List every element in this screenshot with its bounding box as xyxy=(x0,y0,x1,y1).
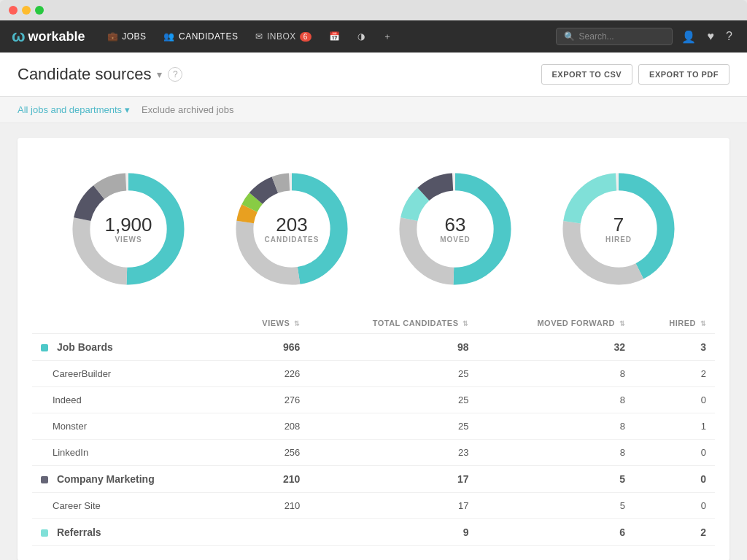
col-header-moved[interactable]: MOVED FORWARD ⇅ xyxy=(478,313,634,334)
sub-views: 276 xyxy=(227,387,309,413)
category-views: 210 xyxy=(227,466,309,493)
heart-icon[interactable]: ♥ xyxy=(705,27,718,46)
table-category-row: Referrals 9 6 2 xyxy=(32,519,715,546)
header-buttons: EXPORT TO CSV EXPORT TO PDF xyxy=(541,64,729,85)
category-hired: 0 xyxy=(634,466,715,493)
logo: ω workable xyxy=(12,27,85,46)
table-category-row: Company Marketing 210 17 5 0 xyxy=(32,466,715,493)
page-header: Candidate sources ▾ ? EXPORT TO CSV EXPO… xyxy=(0,52,747,97)
sub-candidates: 23 xyxy=(309,440,477,466)
help-icon[interactable]: ? xyxy=(723,27,735,46)
sub-hired: 1 xyxy=(634,413,715,440)
sub-candidates: 25 xyxy=(309,413,477,440)
nav-items: 💼 JOBS 👥 CANDIDATES ✉ INBOX 6 📅 ◑ ＋ xyxy=(100,26,556,47)
archive-filter[interactable]: Exclude archived jobs xyxy=(142,104,233,115)
candidates-label: 203 CANDIDATES xyxy=(265,214,320,244)
category-moved: 32 xyxy=(478,334,634,361)
col-header-hired[interactable]: HIRED ⇅ xyxy=(634,313,715,334)
search-placeholder: Search... xyxy=(579,31,614,42)
sub-hired: 2 xyxy=(634,361,715,387)
candidates-number: 203 xyxy=(265,214,320,236)
hired-sort-icon: ⇅ xyxy=(700,320,707,327)
envelope-icon: ✉ xyxy=(255,31,263,42)
sub-views: 226 xyxy=(227,361,309,387)
logo-text: workable xyxy=(28,29,85,44)
hired-text: HIRED xyxy=(605,236,632,244)
page-title: Candidate sources xyxy=(18,65,151,84)
charts-card: 1,900 VIEWS xyxy=(18,138,729,560)
moved-donut: 63 MOVED xyxy=(393,167,517,291)
sub-name: Career Site xyxy=(32,493,227,519)
page-help-icon[interactable]: ? xyxy=(168,67,182,82)
hired-label: 7 HIRED xyxy=(605,214,632,244)
sub-name: CareerBuilder xyxy=(32,361,227,387)
moved-sort-icon: ⇅ xyxy=(619,320,626,327)
moved-label: 63 MOVED xyxy=(440,214,471,244)
export-csv-button[interactable]: EXPORT TO CSV xyxy=(541,64,633,85)
nav-item-reports[interactable]: ◑ xyxy=(350,27,373,46)
sub-views: 208 xyxy=(227,413,309,440)
sub-moved: 8 xyxy=(478,387,634,413)
col-header-candidates[interactable]: TOTAL CANDIDATES ⇅ xyxy=(309,313,477,334)
jobs-filter-label: All jobs and departments xyxy=(18,104,122,115)
close-button[interactable] xyxy=(9,6,18,15)
search-icon: 🔍 xyxy=(564,31,575,42)
table-row: Monster 208 25 8 1 xyxy=(32,413,715,440)
moved-text: MOVED xyxy=(440,236,471,244)
table-row: CareerBuilder 226 25 8 2 xyxy=(32,361,715,387)
category-hired: 3 xyxy=(634,334,715,361)
col-header-views[interactable]: VIEWS ⇅ xyxy=(227,313,309,334)
category-dot xyxy=(41,476,48,483)
nav-label-jobs: JOBS xyxy=(122,31,146,42)
briefcase-icon: 💼 xyxy=(107,31,119,42)
table-row: LinkedIn 256 23 8 0 xyxy=(32,440,715,466)
page-title-area: Candidate sources ▾ ? xyxy=(18,65,182,84)
hired-donut: 7 HIRED xyxy=(557,167,681,291)
nav-item-candidates[interactable]: 👥 CANDIDATES xyxy=(156,27,245,46)
search-box[interactable]: 🔍 Search... xyxy=(556,28,673,45)
minimize-button[interactable] xyxy=(22,6,31,15)
table-row: Indeed 276 25 8 0 xyxy=(32,387,715,413)
hired-number: 7 xyxy=(605,214,632,236)
maximize-button[interactable] xyxy=(35,6,44,15)
nav-item-jobs[interactable]: 💼 JOBS xyxy=(100,27,154,46)
moved-chart: 63 MOVED xyxy=(393,167,517,291)
table-row: Career Site 210 17 5 0 xyxy=(32,493,715,519)
candidates-chart: 203 CANDIDATES xyxy=(230,167,354,291)
moved-number: 63 xyxy=(440,214,471,236)
views-text: VIEWS xyxy=(104,236,152,244)
table-category-row: Job Boards 966 98 32 3 xyxy=(32,334,715,361)
nav-item-add[interactable]: ＋ xyxy=(376,26,400,47)
profile-icon[interactable]: 👤 xyxy=(678,27,699,47)
sub-name: Indeed xyxy=(32,387,227,413)
plus-icon: ＋ xyxy=(383,31,392,43)
candidates-text: CANDIDATES xyxy=(265,236,320,244)
category-views xyxy=(227,519,309,546)
export-pdf-button[interactable]: EXPORT TO PDF xyxy=(638,64,729,85)
views-label: 1,900 VIEWS xyxy=(104,214,152,244)
category-dot xyxy=(41,344,48,351)
calendar-icon: 📅 xyxy=(329,31,341,42)
category-name: Referrals xyxy=(32,519,227,546)
nav-label-candidates: CANDIDATES xyxy=(179,31,238,42)
category-moved: 5 xyxy=(478,466,634,493)
category-candidates: 98 xyxy=(309,334,477,361)
category-candidates: 17 xyxy=(309,466,477,493)
views-donut: 1,900 VIEWS xyxy=(66,167,190,291)
category-views: 966 xyxy=(227,334,309,361)
category-moved: 6 xyxy=(478,519,634,546)
views-chart: 1,900 VIEWS xyxy=(66,167,190,291)
nav-item-calendar[interactable]: 📅 xyxy=(322,27,348,46)
sub-moved: 5 xyxy=(478,493,634,519)
sub-name: LinkedIn xyxy=(32,440,227,466)
title-dropdown-arrow[interactable]: ▾ xyxy=(157,69,162,80)
sub-views: 256 xyxy=(227,440,309,466)
jobs-filter[interactable]: All jobs and departments ▾ xyxy=(18,104,130,115)
sub-candidates: 17 xyxy=(309,493,477,519)
filters-bar: All jobs and departments ▾ Exclude archi… xyxy=(0,97,747,123)
hired-chart: 7 HIRED xyxy=(557,167,681,291)
col-header-source xyxy=(32,313,227,334)
sub-moved: 8 xyxy=(478,413,634,440)
nav-item-inbox[interactable]: ✉ INBOX 6 xyxy=(248,27,318,46)
nav-label-inbox: INBOX xyxy=(267,31,296,42)
